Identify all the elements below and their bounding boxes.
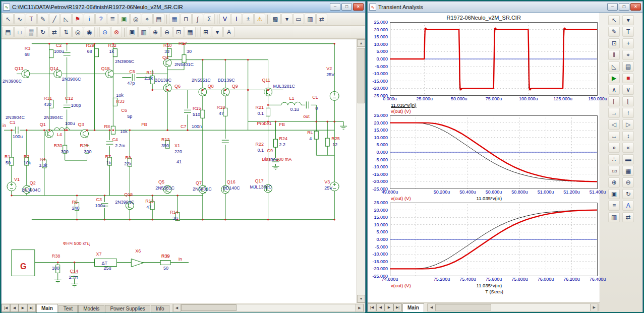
schematic-label[interactable]: MJL3281C — [273, 84, 296, 89]
scroll-left-icon[interactable]: ◀ — [428, 304, 436, 311]
component-mode-icon[interactable]: ∿ — [14, 14, 25, 24]
schematic-label[interactable]: FB — [279, 122, 284, 127]
last-tab-button[interactable]: ▶| — [393, 303, 402, 311]
schematic-label[interactable]: Bias = 100 mA — [262, 157, 292, 162]
legend-entry[interactable]: 11.035*v(in) — [391, 102, 417, 108]
voltage-tag-icon[interactable]: V — [219, 14, 230, 24]
tab-models[interactable]: Models — [78, 305, 104, 312]
select-region-icon[interactable]: □ — [14, 27, 25, 37]
schematic-label[interactable]: 47 — [219, 111, 224, 116]
schematic-label[interactable]: R3 — [25, 46, 30, 51]
schematic-label[interactable]: in — [3, 123, 6, 128]
vscroll-track[interactable] — [357, 47, 365, 295]
valley-icon[interactable]: ∨ — [622, 85, 634, 95]
numeric-format-icon[interactable]: 123 — [608, 166, 620, 176]
next-tab-button[interactable]: ▶ — [19, 304, 27, 312]
go-button-icon[interactable]: ⊙ — [99, 27, 110, 37]
schematic-label[interactable]: C14 — [70, 269, 78, 274]
schematic-label[interactable]: 2.2k — [144, 76, 153, 81]
schematic-label[interactable]: R31 — [44, 96, 52, 101]
hscroll-track[interactable] — [181, 304, 356, 311]
flip-part-icon[interactable]: ⇅ — [61, 27, 72, 37]
scroll-right-icon[interactable]: ▶ — [356, 304, 364, 311]
grid-toggle-icon[interactable]: ▦ — [622, 166, 634, 176]
region-enable-mode-icon[interactable]: ▣ — [119, 14, 130, 24]
schematic-label[interactable]: 100p — [71, 103, 81, 108]
analysis-limits-icon[interactable]: ▦ — [169, 14, 180, 24]
analysis-titlebar[interactable]: ∿ Transient Analysis –□× — [368, 2, 642, 13]
tag-left-cursor-icon[interactable]: ◁ — [608, 119, 620, 130]
schematic-label[interactable]: 300 — [84, 149, 92, 154]
schematic-label[interactable]: R4 — [40, 157, 45, 162]
schematic-label[interactable]: 50 — [163, 266, 168, 271]
schematic-label[interactable]: Q14 — [50, 66, 58, 71]
tab-text[interactable]: Text — [58, 305, 78, 312]
link-pages-icon[interactable]: ⇄ — [316, 14, 327, 24]
normalize-icon[interactable]: ≡ — [608, 201, 620, 211]
schematic-label[interactable]: 240 — [72, 206, 80, 211]
schematic-label[interactable]: 390 — [161, 143, 169, 148]
schematic-label[interactable]: 100u — [54, 49, 64, 54]
schematic-label[interactable]: 50 — [6, 160, 11, 165]
open-file-icon[interactable]: ▤ — [3, 27, 14, 37]
grid-snap-icon[interactable]: ⊞ — [200, 27, 211, 37]
schematic-label[interactable]: C7 — [181, 124, 186, 129]
plot3-canvas[interactable] — [390, 203, 598, 276]
prev-tab-button[interactable]: ◀ — [376, 303, 385, 311]
mirror-part-icon[interactable]: ⇄ — [49, 27, 60, 37]
auto-scale-icon[interactable]: ▣ — [608, 189, 620, 199]
measure-horizontal-icon[interactable]: ↔ — [608, 131, 620, 141]
schematic-label[interactable]: Q16 — [227, 179, 236, 184]
schematic-label[interactable]: R5 — [72, 200, 78, 205]
previous-point-icon[interactable]: « — [622, 143, 634, 153]
page-edit-icon[interactable]: ▤ — [153, 14, 164, 24]
schematic-label[interactable]: Q7 — [196, 180, 202, 185]
schematic-label[interactable]: Q1 — [40, 122, 46, 127]
minimize-button[interactable]: – — [607, 3, 618, 11]
condition-check-icon[interactable]: ⚠ — [254, 14, 265, 24]
ruler-icon[interactable]: ▬ — [622, 154, 634, 164]
go-to-y-icon[interactable]: ↑ — [622, 108, 634, 118]
schematic-label[interactable]: Q4 — [162, 55, 168, 60]
schematic-label[interactable]: X7 — [96, 252, 101, 257]
image-mode-icon[interactable]: ▦ — [185, 27, 196, 37]
schematic-label[interactable]: 2N3904C — [6, 115, 25, 120]
prev-tab-button[interactable]: ◀ — [10, 304, 19, 312]
schematic-label[interactable]: 2N3904C — [22, 187, 41, 193]
schematic-label[interactable]: Q8 — [208, 84, 214, 89]
schematic-label[interactable]: 0.1u — [290, 107, 299, 112]
schematic-label[interactable]: C6 — [121, 108, 127, 113]
schematic-label[interactable]: 25V — [326, 72, 334, 77]
current-tag-icon[interactable]: I — [231, 14, 242, 24]
schematic-label[interactable]: CL — [312, 95, 318, 100]
schematic-label[interactable]: R2 — [24, 154, 29, 159]
schematic-label[interactable]: Q2 — [30, 180, 36, 185]
schematic-label[interactable]: 100u — [13, 134, 23, 139]
stop-button-icon[interactable]: ⊗ — [111, 27, 122, 37]
schematic-canvas[interactable]: R368C2100uR2968R321kR1033R1730Q13Q142N39… — [2, 39, 357, 303]
grid-dropdown-icon[interactable]: ▾ — [281, 14, 292, 24]
hscroll-track[interactable] — [436, 304, 591, 311]
schematic-label[interactable]: 2N3904C — [44, 115, 63, 120]
schematic-label[interactable]: 100u — [95, 203, 105, 208]
help-mode-icon[interactable]: ? — [95, 14, 106, 24]
schematic-label[interactable]: R17 — [179, 41, 187, 46]
grid-snap-dropdown-icon[interactable]: ▾ — [212, 27, 223, 37]
schematic-label[interactable]: X6 — [135, 248, 141, 254]
inductor-L1[interactable] — [281, 102, 301, 105]
schematic-label[interactable]: 47p — [127, 81, 135, 86]
schematic-label[interactable]: 100n — [192, 124, 202, 129]
close-button[interactable]: × — [353, 3, 364, 11]
schematic-label[interactable]: Q18 — [101, 66, 109, 71]
schematic-label[interactable]: ФНЧ 500 кГц — [63, 241, 90, 246]
zoom-out-icon[interactable]: ⊖ — [161, 27, 172, 37]
stop-analysis-icon[interactable]: ■ — [622, 73, 634, 83]
legend-entry[interactable]: v(out) (V) — [391, 283, 411, 288]
scale-mode-icon[interactable]: ◺ — [608, 61, 620, 72]
legend-entry[interactable]: v(out) (V) — [391, 108, 411, 114]
schematic-label[interactable]: 10k — [24, 160, 31, 165]
schematic-label[interactable]: C2 — [56, 43, 62, 48]
schematic-label[interactable]: 30 — [172, 216, 178, 221]
schematic-label[interactable]: 430 — [44, 102, 51, 107]
schematic-label[interactable]: 41 — [177, 159, 182, 164]
